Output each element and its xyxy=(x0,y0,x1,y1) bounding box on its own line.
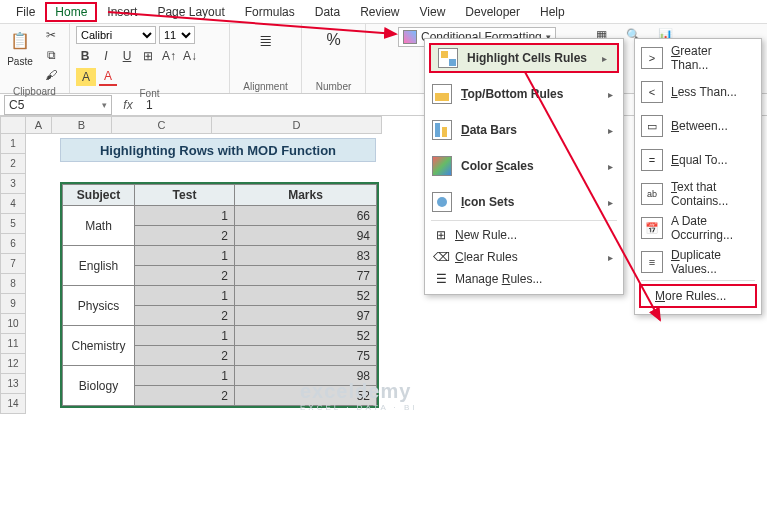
menu-new-rule[interactable]: ⊞ New Rule... xyxy=(425,224,623,246)
row-head[interactable]: 12 xyxy=(0,354,26,374)
row-head[interactable]: 3 xyxy=(0,174,26,194)
cell-test[interactable]: 1 xyxy=(135,246,235,266)
tab-formulas[interactable]: Formulas xyxy=(235,3,305,21)
cell-test[interactable]: 2 xyxy=(135,226,235,246)
cell-test[interactable]: 2 xyxy=(135,386,235,406)
cell-marks[interactable]: 97 xyxy=(235,306,377,326)
menu-highlight-cells-rules[interactable]: Highlight Cells Rules ▸ xyxy=(429,43,619,73)
menu-color-scales[interactable]: Color Scales ▸ xyxy=(425,151,623,181)
cell-test[interactable]: 1 xyxy=(135,326,235,346)
cell-subject[interactable]: Math xyxy=(63,206,135,246)
less-than-icon: < xyxy=(641,81,663,103)
row-head[interactable]: 7 xyxy=(0,254,26,274)
submenu-more-rules[interactable]: More Rules... xyxy=(639,284,757,308)
header-marks: Marks xyxy=(235,185,377,206)
tab-help[interactable]: Help xyxy=(530,3,575,21)
tab-data[interactable]: Data xyxy=(305,3,350,21)
submenu-less-than[interactable]: < Less Than... xyxy=(635,77,761,107)
tab-page-layout[interactable]: Page Layout xyxy=(147,3,234,21)
select-all-corner[interactable] xyxy=(0,116,26,134)
submenu-equal-to[interactable]: = Equal To... xyxy=(635,145,761,175)
italic-button[interactable]: I xyxy=(97,47,115,65)
menu-manage-rules[interactable]: ☰ Manage Rules... xyxy=(425,268,623,290)
font-increase-icon[interactable]: A↑ xyxy=(160,47,178,65)
underline-button[interactable]: U xyxy=(118,47,136,65)
fill-color-button[interactable]: A xyxy=(76,68,96,86)
col-head-a[interactable]: A xyxy=(26,116,52,134)
submenu-equal-to-label: Equal To... xyxy=(671,153,751,167)
cell-subject[interactable]: Biology xyxy=(63,366,135,406)
cell-subject[interactable]: Chemistry xyxy=(63,326,135,366)
chevron-right-icon: ▸ xyxy=(608,252,613,263)
cell-marks[interactable]: 52 xyxy=(235,286,377,306)
copy-icon[interactable]: ⧉ xyxy=(42,46,60,64)
font-family-select[interactable]: Calibri xyxy=(76,26,156,44)
cell-subject[interactable]: Physics xyxy=(63,286,135,326)
bold-button[interactable]: B xyxy=(76,47,94,65)
cell-marks[interactable]: 94 xyxy=(235,226,377,246)
equal-icon: = xyxy=(641,149,663,171)
fx-label[interactable]: fx xyxy=(116,98,140,112)
conditional-formatting-icon xyxy=(403,30,417,44)
row-head[interactable]: 9 xyxy=(0,294,26,314)
col-head-c[interactable]: C xyxy=(112,116,212,134)
menu-data-bars[interactable]: Data Bars ▸ xyxy=(425,115,623,145)
cell-subject[interactable]: English xyxy=(63,246,135,286)
submenu-duplicate-values[interactable]: ≡ Duplicate Values... xyxy=(635,247,761,277)
group-alignment: ≣ Alignment xyxy=(230,24,302,93)
row-head[interactable]: 10 xyxy=(0,314,26,334)
row-head[interactable]: 11 xyxy=(0,334,26,354)
row-head[interactable]: 5 xyxy=(0,214,26,234)
tab-insert[interactable]: Insert xyxy=(97,3,147,21)
format-painter-icon[interactable]: 🖌 xyxy=(42,66,60,84)
submenu-between[interactable]: ▭ Between... xyxy=(635,111,761,141)
menu-icon-sets[interactable]: Icon Sets ▸ xyxy=(425,187,623,217)
between-icon: ▭ xyxy=(641,115,663,137)
cell-test[interactable]: 1 xyxy=(135,206,235,226)
paste-icon[interactable]: 📋 xyxy=(6,26,34,54)
col-head-d[interactable]: D xyxy=(212,116,382,134)
font-size-select[interactable]: 11 xyxy=(159,26,195,44)
row-head[interactable]: 13 xyxy=(0,374,26,394)
cell-marks[interactable]: 52 xyxy=(235,326,377,346)
cell-marks[interactable]: 83 xyxy=(235,246,377,266)
font-color-button[interactable]: A xyxy=(99,68,117,86)
name-box-dropdown-icon[interactable]: ▾ xyxy=(102,100,107,110)
col-head-b[interactable]: B xyxy=(52,116,112,134)
row-head[interactable]: 1 xyxy=(0,134,26,154)
submenu-between-label: Between... xyxy=(671,119,751,133)
tab-review[interactable]: Review xyxy=(350,3,409,21)
row-head[interactable]: 8 xyxy=(0,274,26,294)
cell-test[interactable]: 1 xyxy=(135,286,235,306)
cell-test[interactable]: 2 xyxy=(135,346,235,366)
cut-icon[interactable]: ✂ xyxy=(42,26,60,44)
row-head[interactable]: 14 xyxy=(0,394,26,414)
clipboard-group-label: Clipboard xyxy=(6,84,63,97)
header-subject: Subject xyxy=(63,185,135,206)
paste-label: Paste xyxy=(7,56,33,67)
border-button[interactable]: ⊞ xyxy=(139,47,157,65)
submenu-text-contains[interactable]: ab Text that Contains... xyxy=(635,179,761,209)
tab-view[interactable]: View xyxy=(410,3,456,21)
submenu-date-occurring[interactable]: 📅 A Date Occurring... xyxy=(635,213,761,243)
cell-marks[interactable]: 66 xyxy=(235,206,377,226)
cell-test[interactable]: 2 xyxy=(135,306,235,326)
alignment-icon[interactable]: ≣ xyxy=(252,26,280,54)
tab-home[interactable]: Home xyxy=(45,2,97,22)
cell-marks[interactable]: 75 xyxy=(235,346,377,366)
group-number: % Number xyxy=(302,24,366,93)
menu-top-bottom-rules[interactable]: Top/Bottom Rules ▸ xyxy=(425,79,623,109)
row-head[interactable]: 4 xyxy=(0,194,26,214)
submenu-greater-than[interactable]: > Greater Than... xyxy=(635,43,761,73)
number-format-icon[interactable]: % xyxy=(320,26,348,54)
tab-file[interactable]: File xyxy=(6,3,45,21)
row-head[interactable]: 6 xyxy=(0,234,26,254)
cell-test[interactable]: 1 xyxy=(135,366,235,386)
font-decrease-icon[interactable]: A↓ xyxy=(181,47,199,65)
tab-developer[interactable]: Developer xyxy=(455,3,530,21)
row-head[interactable]: 2 xyxy=(0,154,26,174)
header-test: Test xyxy=(135,185,235,206)
cell-marks[interactable]: 77 xyxy=(235,266,377,286)
cell-test[interactable]: 2 xyxy=(135,266,235,286)
menu-clear-rules[interactable]: ⌫ Clear Rules ▸ xyxy=(425,246,623,268)
